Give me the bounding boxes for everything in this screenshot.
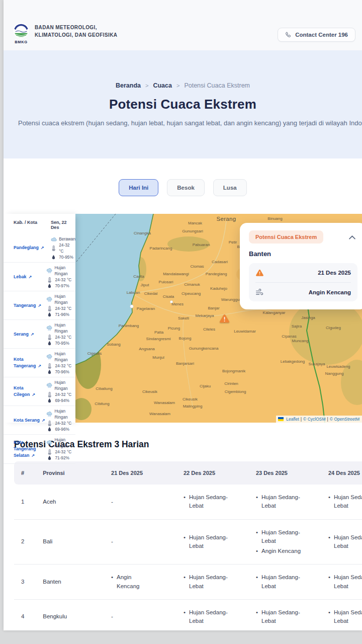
condition-label: Hujan Ringan <box>54 322 75 334</box>
city-name-link[interactable]: Kota Cilegon↗ <box>14 385 46 398</box>
cyclosm-link[interactable]: © CyclOSM <box>303 417 326 422</box>
hazard-label: Hujan Sedang-Lebat <box>189 493 238 511</box>
table-row: 4Bengkulu-•Hujan Sedang-Lebat•Hujan Seda… <box>14 599 362 630</box>
forecast-cell: •Hujan Sedang-Lebat <box>177 564 250 599</box>
weather-map[interactable]: SerangBinuangMancakGunungsariCinangkaPab… <box>75 214 362 423</box>
col-province: Provinsi <box>37 461 105 485</box>
forecast-info: Hujan Ringan24-32 °C70-95% <box>46 322 75 346</box>
forecast-info: Hujan Ringan24-32 °C71-96% <box>46 293 75 317</box>
thermometer-icon <box>46 277 53 283</box>
city-name-label: Pandeglang <box>14 245 39 250</box>
forecast-row[interactable]: Lebak↗Hujan Ringan24-32 °C70-97% <box>4 263 75 291</box>
map-warning-marker[interactable] <box>219 314 230 326</box>
map-place-label: Lebakgedong <box>281 359 305 364</box>
humidity-icon <box>50 255 57 260</box>
leaflet-link[interactable]: Leaflet <box>286 417 299 422</box>
forecast-cell: •Hujan Sedang-Lebat <box>322 485 362 519</box>
warning-triangle-icon <box>255 269 264 277</box>
map-place-label: Cimanuk <box>184 282 200 287</box>
city-name-link[interactable]: Pandeglang↗ <box>14 245 50 251</box>
forecast-info: Hujan Ringan24-32 °C70-97% <box>46 265 75 289</box>
map-place-label: Ciomas <box>190 264 204 269</box>
tab-lusa[interactable]: Lusa <box>213 179 247 196</box>
hazard-item: •Hujan Sedang-Lebat <box>256 528 316 546</box>
province-name: Bali <box>37 519 105 565</box>
map-section: Kab. / Kota Sen, 22 Des Pandeglang↗Beraw… <box>4 214 362 423</box>
map-place-label: Kaduhejo <box>210 286 227 291</box>
forecast-row[interactable]: Pandeglang↗Berawan24-32 °C70-95% <box>4 234 75 263</box>
map-place-label: Pandeglang <box>206 272 227 276</box>
map-place-label: Cirinten <box>224 381 238 386</box>
map-attribution: Leaflet | © CyclOSM | © OpenStreetM <box>276 416 362 423</box>
city-name-link[interactable]: Tangerang↗ <box>14 302 46 309</box>
city-name-link[interactable]: Kota Tangerang Selatan↗ <box>14 439 46 459</box>
city-name-label: Tangerang <box>14 303 36 308</box>
forecast-cell: •Hujan Sedang-Lebat <box>177 599 250 630</box>
map-place-label: Sukajaya <box>309 362 325 366</box>
bullet-icon: • <box>184 573 186 591</box>
external-link-icon: ↗ <box>31 332 34 337</box>
forecast-info-line: 24-32 °C <box>46 277 75 283</box>
tab-hari-ini[interactable]: Hari Ini <box>119 179 158 196</box>
map-place-label: Petir <box>229 240 237 245</box>
city-name-link[interactable]: Kota Tangerang↗ <box>14 356 46 369</box>
thermometer-icon <box>46 335 53 340</box>
phone-icon <box>285 32 292 38</box>
forecast-info-line: Hujan Ringan <box>46 322 75 334</box>
tab-besok[interactable]: Besok <box>167 179 205 196</box>
map-place-label: Cigeulis <box>87 351 102 356</box>
breadcrumb-beranda[interactable]: Beranda <box>116 82 141 89</box>
hazard-label: Hujan Sedang-Lebat <box>334 608 362 626</box>
hazard-item: •Hujan Sedang-Lebat <box>328 573 362 591</box>
chevron-right-icon: > <box>176 83 179 89</box>
map-place-label: Cikedal <box>144 291 158 296</box>
page-description: Potensi cuaca ekstrem (hujan sedang, huj… <box>4 119 362 127</box>
map-place-label: Cigudeg <box>326 326 341 330</box>
col-number: # <box>14 461 37 485</box>
forecast-list: Pandeglang↗Berawan24-32 °C70-95%Lebak↗Hu… <box>4 234 75 464</box>
map-place-label: Cibaliung <box>96 386 112 391</box>
forecast-row[interactable]: Serang↗Hujan Ringan24-32 °C70-95% <box>4 320 75 349</box>
collapse-card-button[interactable] <box>347 231 357 243</box>
city-name-link[interactable]: Lebak↗ <box>14 274 46 280</box>
forecast-cell: - <box>105 599 177 630</box>
forecast-row[interactable]: Tangerang↗Hujan Ringan24-32 °C71-96% <box>4 291 75 320</box>
hazard-item: •Hujan Sedang-Lebat <box>328 493 362 511</box>
forecast-list-panel: Kab. / Kota Sen, 22 Des Pandeglang↗Beraw… <box>4 214 75 423</box>
bmkg-abbr: BMKG <box>15 40 27 44</box>
breadcrumb-cuaca[interactable]: Cuaca <box>153 82 172 89</box>
city-name-link[interactable]: Kota Serang↗ <box>14 417 46 424</box>
forecast-cell: •Hujan Sedang-Lebat <box>322 599 362 630</box>
hazard-label: Hujan Sedang-Lebat <box>189 608 238 626</box>
forecast-row[interactable]: Kota Tangerang↗Hujan Ringan24-32 °C70-96… <box>4 349 75 377</box>
forecast-row[interactable]: Kota Serang↗Hujan Ringan24-32 °C69-96% <box>4 406 75 435</box>
thermometer-icon <box>46 306 53 311</box>
map-place-label: Kalanganyar <box>263 310 286 315</box>
bmkg-logo-icon <box>13 22 30 39</box>
external-link-icon: ↗ <box>42 418 45 423</box>
city-name-link[interactable]: Serang↗ <box>14 331 46 338</box>
contact-center-button[interactable]: Contact Center 196 <box>278 28 355 42</box>
map-place-label: Bojongmanik <box>222 369 245 373</box>
hazard-item: •Hujan Sedang-Lebat <box>256 608 316 626</box>
humidity-range: 70-95% <box>59 254 73 260</box>
humidity-range: 71-96% <box>55 311 69 317</box>
rain-cloud-icon <box>46 354 52 360</box>
hazard-item: •Hujan Sedang-Lebat <box>328 608 362 626</box>
forecast-info-line: 24-32 °C <box>46 334 75 340</box>
forecast-row[interactable]: Kota Cilegon↗Hujan Ringan24-32 °C69-94% <box>4 377 75 406</box>
attribution-separator: | <box>301 417 302 422</box>
chevron-up-icon <box>349 235 355 239</box>
forecast-row[interactable]: Kota Tangerang Selatan↗Hujan Ringan24-32… <box>4 435 75 463</box>
map-place-label: Banjar <box>208 306 219 310</box>
empty-value: - <box>111 499 113 505</box>
hazard-list: •Hujan Sedang-Lebat <box>184 533 244 551</box>
hazard-list: •Hujan Sedang-Lebat <box>256 573 316 591</box>
map-place-label: Patia <box>154 330 163 335</box>
bmkg-logo[interactable]: BMKG BADAN METEOROLOGI, KLIMATOLOGI, DAN… <box>13 22 117 44</box>
bullet-icon: • <box>184 533 186 551</box>
map-place-label: Labuan <box>127 290 140 295</box>
bullet-icon: • <box>256 493 258 511</box>
warning-detail-panel: 21 Des 2025 Angin Kencang <box>249 263 357 301</box>
openstreetmap-link[interactable]: © OpenStreetM <box>330 417 359 422</box>
